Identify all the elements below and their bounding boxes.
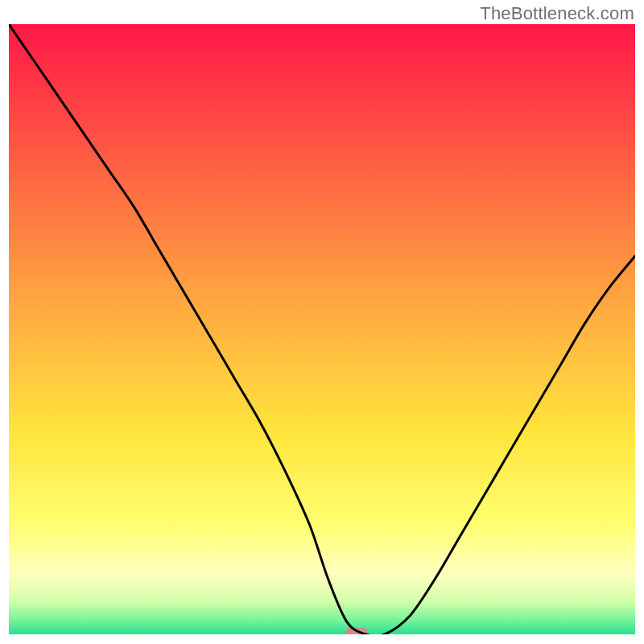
chart-svg [9, 24, 635, 634]
plot-area [9, 24, 635, 634]
watermark-text: TheBottleneck.com [480, 3, 634, 24]
chart-container: TheBottleneck.com [0, 0, 644, 644]
chart-background [9, 24, 635, 634]
